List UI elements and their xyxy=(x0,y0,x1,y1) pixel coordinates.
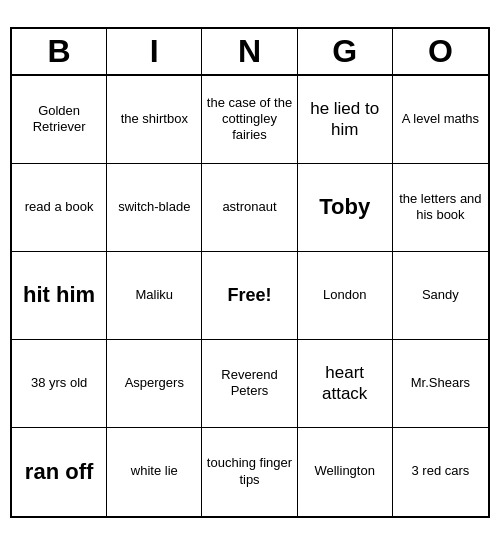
bingo-cell-11: Maliku xyxy=(107,252,202,340)
bingo-cell-19: Mr.Shears xyxy=(393,340,488,428)
bingo-cell-2: the case of the cottingley fairies xyxy=(202,76,297,164)
header-letter-g: G xyxy=(298,29,393,74)
header-letter-i: I xyxy=(107,29,202,74)
bingo-cell-9: the letters and his book xyxy=(393,164,488,252)
bingo-cell-1: the shirtbox xyxy=(107,76,202,164)
bingo-cell-15: 38 yrs old xyxy=(12,340,107,428)
bingo-cell-10: hit him xyxy=(12,252,107,340)
bingo-cell-20: ran off xyxy=(12,428,107,516)
bingo-cell-18: heart attack xyxy=(298,340,393,428)
bingo-cell-8: Toby xyxy=(298,164,393,252)
bingo-cell-3: he lied to him xyxy=(298,76,393,164)
bingo-cell-0: Golden Retriever xyxy=(12,76,107,164)
bingo-cell-6: switch-blade xyxy=(107,164,202,252)
bingo-cell-16: Aspergers xyxy=(107,340,202,428)
bingo-cell-5: read a book xyxy=(12,164,107,252)
bingo-cell-22: touching finger tips xyxy=(202,428,297,516)
bingo-cell-24: 3 red cars xyxy=(393,428,488,516)
bingo-cell-21: white lie xyxy=(107,428,202,516)
bingo-card: BINGO Golden Retrieverthe shirtboxthe ca… xyxy=(10,27,490,518)
bingo-cell-12: Free! xyxy=(202,252,297,340)
bingo-cell-13: London xyxy=(298,252,393,340)
header-letter-o: O xyxy=(393,29,488,74)
bingo-grid: Golden Retrieverthe shirtboxthe case of … xyxy=(12,76,488,516)
bingo-cell-7: astronaut xyxy=(202,164,297,252)
bingo-cell-14: Sandy xyxy=(393,252,488,340)
bingo-cell-23: Wellington xyxy=(298,428,393,516)
header-letter-b: B xyxy=(12,29,107,74)
bingo-cell-17: Reverend Peters xyxy=(202,340,297,428)
bingo-cell-4: A level maths xyxy=(393,76,488,164)
bingo-header: BINGO xyxy=(12,29,488,76)
header-letter-n: N xyxy=(202,29,297,74)
